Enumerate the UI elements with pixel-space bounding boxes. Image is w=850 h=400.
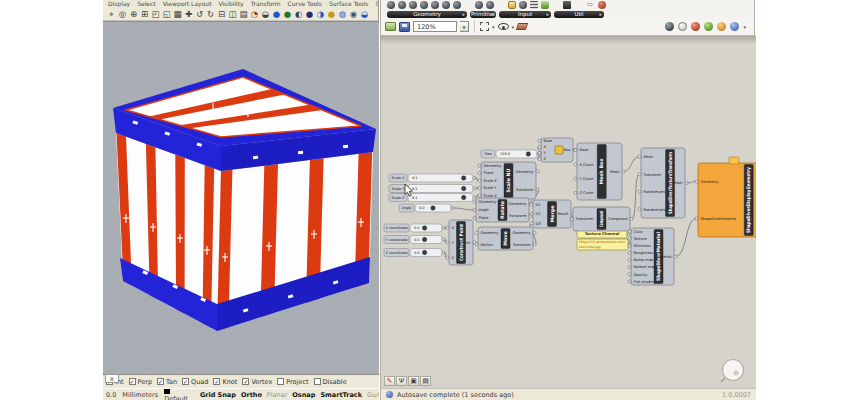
status-toggle-ortho[interactable]: Ortho [241, 391, 262, 399]
input-port[interactable] [478, 186, 481, 189]
input-port[interactable] [478, 172, 481, 175]
rhino-toolbar-icon[interactable]: ◐ [293, 8, 304, 20]
input-port[interactable] [695, 180, 698, 183]
rhino-toolbar-icon[interactable]: ↻ [205, 8, 216, 20]
output-port[interactable] [473, 241, 476, 244]
slider-knob[interactable] [422, 237, 426, 241]
preview-orange-sphere-icon[interactable] [717, 22, 726, 31]
rhino-toolbar-icon[interactable]: ⊟ [216, 8, 227, 20]
preview-blue-sphere-icon[interactable] [730, 22, 739, 31]
rhino-toolbar-icon[interactable]: ↺ [194, 8, 205, 20]
menu-item[interactable]: Select [137, 0, 156, 7]
checkbox[interactable]: ✓ [157, 378, 164, 385]
sketch-tool-icon[interactable]: ✎ [384, 376, 395, 386]
output-port[interactable] [685, 182, 688, 185]
output-port[interactable] [473, 187, 476, 190]
osnap-tan[interactable]: ✓Tan [157, 378, 177, 386]
gh-param-icon-sphere[interactable] [475, 1, 483, 9]
gh-param-icon-red[interactable] [598, 1, 606, 9]
input-port[interactable] [473, 217, 476, 220]
mesh-box-node[interactable]: Mesh BoxBaseX CountY CountZ CountMesh [574, 143, 625, 200]
slider-knob[interactable] [461, 186, 465, 190]
panel-texture-url[interactable]: https://s3.amazonaws.com/tex/crate.jpg [577, 239, 631, 250]
input-port[interactable] [628, 251, 631, 254]
input-port[interactable] [638, 190, 641, 193]
rhino-toolbar-icon[interactable]: ● [326, 8, 337, 20]
slider-z-coordinate[interactable]: Z coordinate0.0 [384, 249, 445, 257]
output-port[interactable] [622, 170, 625, 173]
gh-param-icon-sphere[interactable] [387, 1, 395, 9]
rhino-toolbar-icon[interactable]: ◒ [359, 8, 370, 20]
input-port[interactable] [538, 158, 541, 161]
construct-point-node[interactable]: Construct PointXYZPoint [446, 220, 476, 265]
menu-item[interactable]: Surface Tools [329, 0, 369, 7]
input-port[interactable] [638, 173, 641, 176]
output-port[interactable] [473, 196, 476, 199]
input-port[interactable] [473, 201, 476, 204]
eraser-icon[interactable] [516, 23, 528, 30]
gh-param-icon-sphere[interactable] [519, 1, 527, 9]
canvas-compass-widget[interactable] [721, 360, 744, 383]
rhino-toolbar-icon[interactable]: ● [304, 8, 315, 20]
input-port[interactable] [530, 222, 533, 225]
sd-texture-transform-node[interactable]: ShapeDiverTextureTransformMeshTransformR… [638, 148, 688, 218]
gh-category-geometry[interactable]: Geometry▸ [387, 11, 467, 18]
rhino-toolbar-icon[interactable]: ◰ [150, 8, 161, 20]
input-port[interactable] [628, 259, 631, 262]
gh-canvas[interactable]: Texture Channelhttps://s3.amazonaws.com/… [381, 36, 756, 388]
gh-param-icon-lines[interactable] [530, 1, 538, 9]
slider-knob[interactable] [461, 195, 465, 199]
sd-display-geometry-node[interactable]: ShapeDiverDisplayGeometryGeometryShapeDi… [695, 157, 756, 237]
status-toggle-gumball[interactable]: Gumball [367, 391, 379, 399]
output-port[interactable] [536, 188, 539, 191]
rhino-toolbar-icon[interactable]: ▦ [172, 8, 183, 20]
menu-item[interactable]: Curve Tools [288, 0, 322, 7]
gh-param-icon-sphere[interactable] [431, 1, 439, 9]
rhino-toolbar-icon[interactable]: ◎ [117, 8, 128, 20]
osnap-knot[interactable]: ✓Knot [213, 378, 237, 386]
slider-scale-y[interactable]: Scale Y9.1 [389, 185, 476, 193]
input-port[interactable] [570, 218, 573, 221]
gh-category-input[interactable]: Input▸ [499, 11, 551, 18]
rhino-toolbar-icon[interactable]: ✚ [183, 8, 194, 20]
input-port[interactable] [628, 244, 631, 247]
status-toggle-grid-snap[interactable]: Grid Snap [200, 391, 236, 399]
input-port[interactable] [530, 203, 533, 206]
checkbox[interactable]: ✓ [182, 378, 189, 385]
rhino-toolbar-icon[interactable]: ● [271, 8, 282, 20]
checkbox[interactable]: ✓ [213, 378, 220, 385]
osnap-vertex[interactable]: ✓Vertex [242, 378, 272, 386]
slider-angle[interactable]: Angle0.0 [399, 204, 454, 212]
output-port[interactable] [451, 207, 454, 210]
output-port[interactable] [674, 255, 677, 258]
input-port[interactable] [478, 164, 481, 167]
rhino-toolbar-icon[interactable]: ◑ [315, 8, 326, 20]
gh-category-util[interactable]: Util▸ [554, 11, 604, 18]
rhino-toolbar-icon[interactable]: ▤ [238, 8, 249, 20]
input-port[interactable] [695, 217, 698, 220]
input-port[interactable] [628, 230, 631, 233]
osnap-project[interactable]: Project [277, 378, 308, 386]
input-port[interactable] [478, 179, 481, 182]
menu-item[interactable]: Visibility [218, 0, 243, 7]
input-port[interactable] [628, 280, 631, 283]
input-port[interactable] [574, 191, 577, 194]
compound-node[interactable]: CompoundTransformCompound [570, 207, 633, 231]
open-file-icon[interactable] [385, 22, 396, 31]
zoom-level-select[interactable]: 120% [413, 21, 457, 32]
input-port[interactable] [574, 177, 577, 180]
widget-tool-icon[interactable]: Ψ [396, 376, 407, 386]
slider-knob[interactable] [422, 226, 426, 230]
gh-param-icon-arrow[interactable]: ⇨ [585, 1, 595, 9]
rhino-toolbar-icon[interactable]: ⌖ [106, 8, 117, 20]
rhino-toolbar-icon[interactable]: ◫ [227, 8, 238, 20]
output-port[interactable] [630, 218, 633, 221]
output-port[interactable] [536, 170, 539, 173]
rhino-toolbar-icon[interactable]: ◔ [249, 8, 260, 20]
gh-category-primitive[interactable]: Primitive▸ [470, 11, 496, 18]
input-port[interactable] [628, 237, 631, 240]
zoom-extents-icon[interactable] [480, 22, 489, 31]
save-file-icon[interactable] [399, 22, 410, 32]
input-port[interactable] [638, 155, 641, 158]
no-preview-sphere-icon[interactable] [665, 22, 674, 31]
